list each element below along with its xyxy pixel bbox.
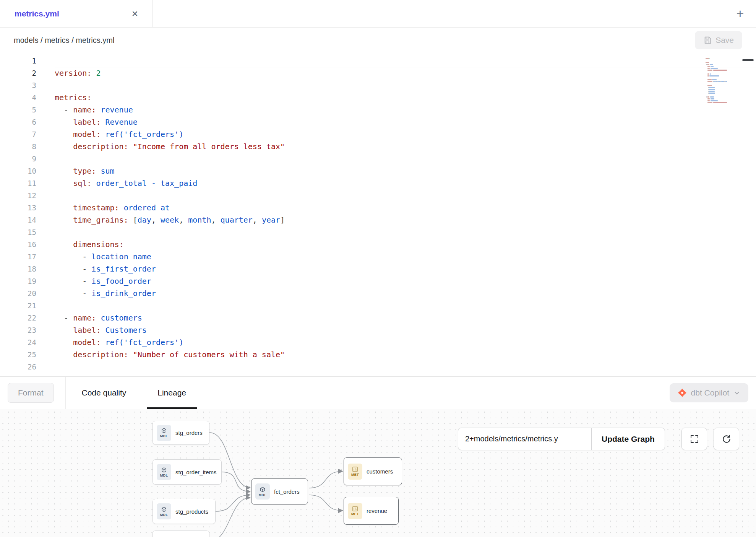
breadcrumb: models / metrics / metrics.yml: [14, 36, 114, 45]
lineage-node-revenue[interactable]: METrevenue: [344, 497, 399, 525]
model-cube-icon: [161, 467, 167, 473]
node-type-tile: MDL: [255, 483, 270, 500]
dbt-copilot-button[interactable]: dbt Copilot: [670, 383, 748, 402]
node-label: stg_order_items: [175, 469, 217, 475]
code-line[interactable]: 5 - name: revenue: [0, 104, 756, 116]
code-line[interactable]: 19 - is_food_order: [0, 275, 756, 287]
minimap-line: [707, 70, 713, 71]
minimap-line: [725, 81, 727, 82]
save-button[interactable]: Save: [695, 31, 742, 49]
refresh-button[interactable]: [714, 428, 739, 450]
minimap-line: [707, 100, 710, 101]
line-number: 1: [0, 55, 36, 67]
code-line[interactable]: 18 - is_first_order: [0, 263, 756, 275]
line-content: [55, 361, 756, 373]
panel-tabs: Code qualityLineage: [77, 377, 213, 409]
lineage-selector-input[interactable]: 2+models/metrics/metrics.y: [458, 428, 591, 450]
lineage-canvas[interactable]: MDLstg_ordersMDLstg_order_itemsMDLstg_pr…: [0, 409, 756, 537]
node-label: stg_products: [175, 508, 208, 515]
new-tab-button[interactable]: +: [724, 0, 756, 27]
line-content: type: sum: [55, 165, 756, 177]
code-line[interactable]: 4metrics:: [0, 91, 756, 104]
code-line[interactable]: 17 - location_name: [0, 251, 756, 263]
line-number: 4: [0, 91, 36, 104]
code-line[interactable]: 22 - name: customers: [0, 312, 756, 324]
format-button[interactable]: Format: [8, 383, 54, 403]
line-content: version: 2: [55, 67, 756, 79]
line-content: [55, 299, 756, 312]
line-number: 3: [0, 79, 36, 91]
line-number: 26: [0, 361, 36, 373]
code-line[interactable]: 23 label: Customers: [0, 324, 756, 336]
minimap-line: [711, 100, 718, 101]
line-content: model: ref('fct_orders'): [55, 336, 756, 348]
code-line[interactable]: 11 sql: order_total - tax_paid: [0, 177, 756, 189]
line-content: sql: order_total - tax_paid: [55, 177, 756, 189]
lineage-selector-group: 2+models/metrics/metrics.y Update Graph: [458, 428, 665, 450]
code-line[interactable]: 1: [0, 55, 756, 67]
code-editor[interactable]: 12version: 234metrics:5 - name: revenue6…: [0, 53, 756, 377]
minimap-line: [710, 96, 714, 98]
line-content: [55, 153, 756, 165]
code-line[interactable]: 10 type: sum: [0, 165, 756, 177]
node-type-tile: MET: [348, 503, 362, 519]
lineage-node-stg_orders[interactable]: MDLstg_orders: [152, 421, 209, 445]
line-number: 14: [0, 214, 36, 226]
line-number: 21: [0, 299, 36, 312]
code-line[interactable]: 20 - is_drink_order: [0, 287, 756, 299]
lineage-node-fct_orders[interactable]: MDLfct_orders: [251, 478, 308, 504]
tab-lineage[interactable]: Lineage: [153, 377, 191, 409]
code-line[interactable]: 21: [0, 299, 756, 312]
minimap-line: [713, 70, 727, 71]
code-line[interactable]: 25 description: "Number of customers wit…: [0, 348, 756, 361]
code-line[interactable]: 13 timestamp: ordered_at: [0, 202, 756, 214]
code-line[interactable]: 26: [0, 361, 756, 373]
code-line[interactable]: 16 dimensions:: [0, 238, 756, 251]
code-line[interactable]: 8 description: "Income from all orders l…: [0, 140, 756, 153]
line-number: 18: [0, 263, 36, 275]
fullscreen-icon: [690, 434, 699, 444]
lineage-node-partial[interactable]: [152, 530, 209, 537]
code-line[interactable]: 9: [0, 153, 756, 165]
code-line[interactable]: 2version: 2: [0, 67, 756, 79]
lineage-node-stg_order_items[interactable]: MDLstg_order_items: [152, 459, 222, 485]
line-content: - is_first_order: [55, 263, 756, 275]
line-number: 20: [0, 287, 36, 299]
tab-code-quality[interactable]: Code quality: [77, 377, 131, 409]
line-number: 5: [0, 104, 36, 116]
line-number: 24: [0, 336, 36, 348]
tab-title: metrics.yml: [15, 9, 59, 18]
lineage-node-stg_products[interactable]: MDLstg_products: [152, 499, 216, 524]
code-line[interactable]: 3: [0, 79, 756, 91]
update-graph-button[interactable]: Update Graph: [591, 428, 665, 450]
minimap-line: [707, 102, 713, 103]
code-line[interactable]: 12: [0, 189, 756, 202]
dbt-logo-icon: [678, 389, 686, 397]
minimap-line: [709, 91, 715, 92]
line-content: label: Customers: [55, 324, 756, 336]
code-line[interactable]: 14 time_grains: [day, week, month, quart…: [0, 214, 756, 226]
editor-scrollbar-thumb[interactable]: [742, 59, 754, 61]
close-icon[interactable]: ×: [132, 8, 138, 19]
minimap-line: [709, 89, 715, 90]
model-cube-icon: [161, 506, 167, 513]
fullscreen-button[interactable]: [681, 428, 707, 450]
tab-metrics-yml[interactable]: metrics.yml ×: [0, 0, 153, 27]
tab-bar: metrics.yml × +: [0, 0, 756, 28]
line-content: - is_food_order: [55, 275, 756, 287]
node-type-tile: MET: [348, 464, 362, 480]
refresh-icon: [722, 434, 732, 444]
lineage-node-customers[interactable]: METcustomers: [344, 457, 402, 485]
lineage-edge: [309, 471, 343, 488]
lineage-edge: [209, 498, 250, 537]
line-content: - is_drink_order: [55, 287, 756, 299]
minimap[interactable]: [705, 56, 728, 114]
code-line[interactable]: 6 label: Revenue: [0, 116, 756, 128]
minimap-line: [711, 68, 718, 69]
code-line[interactable]: 24 model: ref('fct_orders'): [0, 336, 756, 348]
minimap-line: [721, 81, 724, 82]
metric-chart-icon: [352, 506, 358, 512]
code-line[interactable]: 7 model: ref('fct_orders'): [0, 128, 756, 140]
line-content: description: "Income from all orders les…: [55, 140, 756, 153]
code-line[interactable]: 15: [0, 226, 756, 238]
